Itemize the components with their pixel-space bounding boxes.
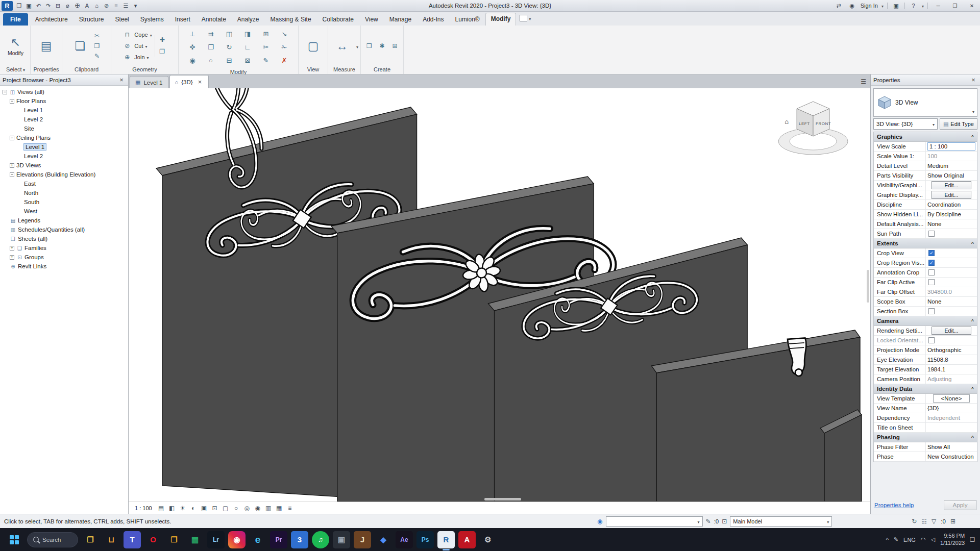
3d-scene[interactable]: LEFT FRONT ⌂ <box>129 88 870 502</box>
view-tab-level-1[interactable]: ▦ Level 1 <box>130 76 168 88</box>
move-icon[interactable]: ✜ <box>187 42 198 52</box>
measure-button[interactable]: ↔ <box>330 29 354 63</box>
rotate-icon[interactable]: ↻ <box>224 42 234 52</box>
filter-icon[interactable] <box>932 518 936 525</box>
collapse-icon[interactable] <box>10 136 14 140</box>
property-row-far-clip-offset[interactable]: Far Clip Offset304800.0 <box>874 287 977 297</box>
volume-icon[interactable]: ◁ <box>931 536 935 543</box>
dark-app-icon[interactable]: ▣ <box>333 531 350 548</box>
open-icon[interactable]: ❒ <box>14 1 24 11</box>
close-button[interactable]: ✕ <box>965 1 978 11</box>
pin-icon[interactable]: ◉ <box>187 56 198 65</box>
drive-icon[interactable]: ◆ <box>375 531 392 548</box>
user-interface-icon[interactable]: ☰ <box>121 1 131 11</box>
editable-only-icon[interactable] <box>706 518 711 525</box>
viewcube-front-label[interactable]: FRONT <box>816 121 831 126</box>
offset-icon[interactable]: ⇉ <box>206 29 216 39</box>
settings-icon[interactable]: ⚙ <box>479 531 497 548</box>
sun-path-icon[interactable]: ☀ <box>178 504 187 513</box>
copy-icon[interactable]: ❐ <box>92 41 102 51</box>
unpin-icon[interactable]: ○ <box>206 56 216 65</box>
edit-button[interactable]: Edit... <box>932 191 971 199</box>
language-indicator[interactable]: ENG <box>903 537 916 543</box>
section-phasing[interactable]: Phasing <box>874 433 977 442</box>
create-assembly-icon[interactable]: ⊞ <box>390 41 400 51</box>
property-row-locked-orientation[interactable]: Locked Orientat... <box>874 336 977 345</box>
tab-structure[interactable]: Structure <box>74 13 110 26</box>
section-camera[interactable]: Camera <box>874 316 977 326</box>
premiere-icon[interactable]: Pr <box>270 531 287 548</box>
beam-icon[interactable]: ❐ <box>157 47 167 57</box>
section-graphics[interactable]: Graphics <box>874 132 977 142</box>
delete-icon[interactable]: ✗ <box>279 56 289 65</box>
view-scale-input[interactable]: 1 : 100 <box>927 142 975 151</box>
tree-item-schedules[interactable]: Schedules/Quantities (all) <box>0 225 128 234</box>
checkbox-checked[interactable] <box>928 250 935 256</box>
undo-icon[interactable]: ↶ <box>34 1 43 11</box>
tree-item-floor-plans[interactable]: Floor Plans <box>0 96 128 106</box>
notification-icon[interactable]: ❑ <box>970 536 975 543</box>
property-row-eye-elevation[interactable]: Eye Elevation11508.8 <box>874 355 977 365</box>
property-value[interactable]: Orthographic <box>926 347 977 353</box>
help-icon[interactable]: ? <box>909 1 918 11</box>
app-store-icon[interactable]: ▣ <box>891 1 901 11</box>
property-row-visibility-graphics[interactable]: Visibility/Graphi...Edit... <box>874 181 977 190</box>
tab-file[interactable]: File <box>3 13 28 26</box>
tree-item-ceiling-level-1[interactable]: Level 1 <box>0 142 128 152</box>
property-row-discipline[interactable]: DisciplineCoordination <box>874 200 977 210</box>
property-value[interactable]: 1984.1 <box>926 366 977 372</box>
file-explorer-icon[interactable]: ❒ <box>82 531 99 548</box>
worksharing-display-icon[interactable] <box>921 518 927 525</box>
section-identity-data[interactable]: Identity Data <box>874 384 977 394</box>
property-row-section-box[interactable]: Section Box <box>874 307 977 316</box>
tree-item-floor-level-2[interactable]: Level 2 <box>0 115 128 124</box>
tree-item-groups[interactable]: Groups <box>0 253 128 262</box>
property-row-graphic-display[interactable]: Graphic Display...Edit... <box>874 190 977 200</box>
property-value[interactable]: Medium <box>926 163 977 169</box>
collapse-icon[interactable] <box>10 99 14 104</box>
checkbox[interactable] <box>928 308 935 314</box>
property-row-crop-view[interactable]: Crop View <box>874 248 977 258</box>
property-value[interactable]: Show Original <box>926 172 977 179</box>
constraints-icon[interactable]: ≡ <box>285 504 295 513</box>
reveal-hidden-icon[interactable]: ◉ <box>253 504 262 513</box>
show-crop-icon[interactable]: ▢ <box>221 504 230 513</box>
property-value[interactable]: {3D} <box>926 405 977 411</box>
collapse-icon[interactable] <box>971 241 974 246</box>
tree-item-sheets[interactable]: Sheets (all) <box>0 234 128 243</box>
thin-lines-icon[interactable]: ≡ <box>111 1 121 11</box>
property-value[interactable]: Show All <box>926 444 977 450</box>
cope-menu[interactable]: ⊓ Cope <box>122 29 152 40</box>
property-row-scale-value[interactable]: Scale Value 1:100 <box>874 152 977 161</box>
tab-collaborate[interactable]: Collaborate <box>317 13 359 26</box>
pen-icon[interactable]: ✎ <box>894 536 898 543</box>
close-icon[interactable] <box>969 76 977 84</box>
view-scale-control[interactable]: 1 : 100 <box>132 505 155 512</box>
design-options-select[interactable]: Main Model <box>730 516 832 527</box>
paste-button[interactable]: ❏ <box>71 29 89 63</box>
tree-item-3d-views[interactable]: 3D Views <box>0 161 128 170</box>
mirror-axis-icon[interactable]: ◨ <box>242 29 253 39</box>
teams-icon[interactable]: T <box>124 531 141 548</box>
analytical-model-icon[interactable]: ▦ <box>275 504 284 513</box>
create-parts-icon[interactable]: ✱ <box>377 41 387 51</box>
chevron-down-icon[interactable] <box>356 41 358 51</box>
lightroom-icon[interactable]: Lr <box>207 531 225 548</box>
tree-item-floor-level-1[interactable]: Level 1 <box>0 106 128 115</box>
background-processes-icon[interactable] <box>912 518 917 525</box>
home-icon[interactable]: ⌂ <box>785 118 789 126</box>
properties-header[interactable]: Properties <box>871 74 980 86</box>
scale-icon[interactable]: ↘ <box>279 29 289 39</box>
tray-expand-icon[interactable]: ^ <box>886 537 889 543</box>
section-icon[interactable]: ⊘ <box>102 1 111 11</box>
shadows-icon[interactable]: ◐ <box>189 504 198 513</box>
visual-style-icon[interactable]: ◧ <box>167 504 177 513</box>
tab-analyze[interactable]: Analyze <box>232 13 265 26</box>
design-options-icon[interactable] <box>722 518 727 525</box>
beer-mug-icon[interactable]: ⊔ <box>103 531 120 548</box>
redo-icon[interactable]: ↷ <box>43 1 53 11</box>
default-3d-view-icon[interactable]: ⌂ <box>92 1 102 11</box>
tree-item-families[interactable]: Families <box>0 243 128 253</box>
split-icon[interactable]: ✂ <box>261 42 271 52</box>
apply-button[interactable]: Apply <box>944 500 976 510</box>
